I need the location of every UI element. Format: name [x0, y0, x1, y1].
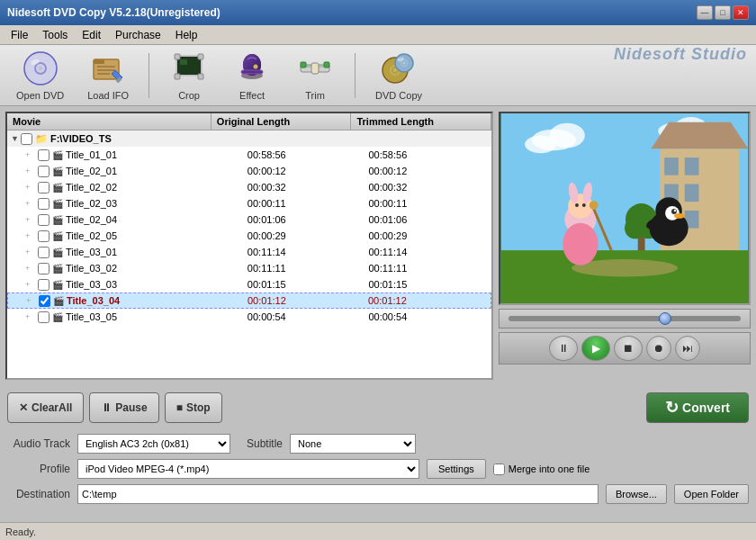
- browse-button[interactable]: Browse...: [606, 484, 667, 504]
- list-item[interactable]: + 🎬 Title_03_04 00:01:12 00:01:12: [7, 292, 491, 309]
- row-orig-8: 00:01:15: [248, 279, 369, 290]
- svg-rect-8: [97, 73, 110, 75]
- row-name-2: Title_02_02: [66, 182, 248, 193]
- list-item[interactable]: + 🎬 Title_02_02 00:00:32 00:00:32: [7, 179, 491, 195]
- profile-row: Profile iPod Video MPEG-4 (*.mp4) Settin…: [7, 459, 749, 479]
- file-list-body[interactable]: ▼ 📁 F:\VIDEO_TS + 🎬 Title_01_01 00:58:56…: [7, 130, 491, 378]
- convert-button[interactable]: ↻ Convert: [646, 392, 749, 423]
- row-checkbox-10[interactable]: [38, 311, 50, 323]
- audio-track-select[interactable]: English AC3 2ch (0x81): [77, 434, 230, 454]
- row-orig-4: 00:01:06: [248, 214, 369, 225]
- maximize-button[interactable]: □: [715, 5, 731, 20]
- row-trim-10: 00:00:54: [368, 311, 490, 322]
- folder-name: F:\VIDEO_TS: [50, 133, 490, 144]
- list-item[interactable]: + 🎬 Title_02_04 00:01:06 00:01:06: [7, 212, 491, 228]
- menu-help[interactable]: Help: [168, 27, 205, 43]
- row-orig-6: 00:11:14: [248, 247, 369, 257]
- merge-label: Merge into one file: [508, 464, 590, 474]
- svg-rect-28: [324, 62, 329, 68]
- list-item[interactable]: + 🎬 Title_01_01 00:58:56 00:58:56: [7, 147, 491, 163]
- row-checkbox-3[interactable]: [38, 198, 50, 210]
- record-button[interactable]: ⏺: [646, 336, 671, 361]
- file-list-panel: Movie Original Length Trimmed Length ▼ 📁…: [5, 112, 493, 380]
- folder-row[interactable]: ▼ 📁 F:\VIDEO_TS: [7, 130, 491, 147]
- load-ifo-button[interactable]: Load IFO: [80, 47, 136, 104]
- settings-button[interactable]: Settings: [427, 459, 486, 479]
- destination-input[interactable]: [77, 484, 598, 504]
- menu-purchase[interactable]: Purchase: [108, 27, 168, 43]
- row-checkbox-7[interactable]: [38, 263, 50, 274]
- list-item[interactable]: + 🎬 Title_03_05 00:00:54 00:00:54: [7, 309, 491, 325]
- load-ifo-icon: [90, 50, 126, 86]
- row-checkbox-8[interactable]: [38, 279, 50, 291]
- col-header-original: Original Length: [212, 113, 352, 130]
- svg-rect-27: [301, 62, 306, 68]
- close-button[interactable]: ✕: [733, 5, 749, 20]
- svg-rect-19: [175, 74, 180, 79]
- row-checkbox-9[interactable]: [39, 295, 50, 307]
- status-text: Ready.: [5, 526, 36, 537]
- open-folder-button[interactable]: Open Folder: [674, 484, 749, 504]
- pause-playback-button[interactable]: ⏸: [549, 336, 578, 361]
- crop-icon: [171, 50, 207, 86]
- row-checkbox-2[interactable]: [38, 182, 50, 194]
- svg-point-34: [403, 61, 406, 64]
- svg-rect-7: [97, 69, 115, 71]
- menu-file[interactable]: File: [4, 27, 35, 43]
- pause-label: Pause: [115, 401, 147, 414]
- list-item[interactable]: + 🎬 Title_02_01 00:00:12 00:00:12: [7, 163, 491, 179]
- folder-checkbox[interactable]: [21, 133, 32, 145]
- clearall-label: ClearAll: [32, 401, 72, 414]
- list-item[interactable]: + 🎬 Title_03_02 00:11:11 00:11:11: [7, 260, 491, 276]
- list-item[interactable]: + 🎬 Title_03_01 00:11:14 00:11:14: [7, 244, 491, 260]
- row-checkbox-4[interactable]: [38, 214, 50, 226]
- minimize-button[interactable]: —: [697, 5, 713, 20]
- row-checkbox-0[interactable]: [38, 149, 50, 161]
- merge-checkbox[interactable]: [493, 464, 505, 475]
- crop-button[interactable]: Crop: [162, 47, 216, 104]
- seek-bar[interactable]: [508, 316, 741, 321]
- row-name-3: Title_02_03: [66, 198, 248, 209]
- menu-bar: File Tools Edit Purchase Help Nidesoft S…: [0, 25, 756, 45]
- row-name-10: Title_03_05: [66, 311, 248, 322]
- skip-forward-button[interactable]: ⏭: [675, 336, 700, 361]
- row-checkbox-1[interactable]: [38, 166, 50, 177]
- menu-edit[interactable]: Edit: [75, 27, 108, 43]
- list-item[interactable]: + 🎬 Title_02_05 00:00:29 00:00:29: [7, 228, 491, 244]
- open-dvd-button[interactable]: Open DVD: [9, 47, 71, 104]
- col-header-movie: Movie: [7, 113, 212, 130]
- row-trim-6: 00:11:14: [368, 247, 490, 257]
- row-orig-3: 00:00:11: [248, 198, 369, 209]
- row-trim-5: 00:00:29: [368, 230, 490, 241]
- app-title: Nidesoft DVD Copy V5.2.18(Unregistered): [7, 6, 220, 19]
- play-button[interactable]: ▶: [581, 336, 610, 361]
- seek-knob[interactable]: [659, 312, 671, 325]
- stop-button[interactable]: ■ Stop: [165, 392, 222, 423]
- dvd-copy-button[interactable]: DVD Copy: [368, 47, 429, 104]
- stop-playback-button[interactable]: ⏹: [614, 336, 643, 361]
- row-checkbox-6[interactable]: [38, 247, 50, 258]
- clearall-button[interactable]: ✕ ClearAll: [7, 392, 84, 423]
- list-item[interactable]: + 🎬 Title_03_03 00:01:15 00:01:15: [7, 276, 491, 292]
- svg-rect-46: [685, 184, 699, 202]
- row-trim-7: 00:11:11: [368, 263, 490, 274]
- menu-tools[interactable]: Tools: [35, 27, 75, 43]
- effect-button[interactable]: Effect: [225, 47, 279, 104]
- row-orig-1: 00:00:12: [248, 166, 369, 176]
- subtitle-select[interactable]: None: [290, 434, 416, 454]
- effect-icon: [234, 50, 270, 86]
- pause-button[interactable]: ⏸ Pause: [89, 392, 158, 423]
- profile-select[interactable]: iPod Video MPEG-4 (*.mp4): [77, 459, 419, 479]
- open-dvd-label: Open DVD: [16, 90, 64, 101]
- row-checkbox-5[interactable]: [38, 230, 50, 242]
- trim-button[interactable]: Trim: [288, 47, 342, 104]
- svg-rect-18: [198, 54, 203, 59]
- svg-rect-26: [311, 63, 319, 74]
- col-header-trimmed: Trimmed Length: [351, 113, 491, 130]
- svg-rect-6: [97, 66, 115, 68]
- convert-label: Convert: [682, 400, 730, 415]
- row-orig-7: 00:11:11: [248, 263, 369, 274]
- row-name-4: Title_02_04: [66, 214, 248, 225]
- list-item[interactable]: + 🎬 Title_02_03 00:00:11 00:00:11: [7, 195, 491, 212]
- window-controls[interactable]: — □ ✕: [697, 5, 749, 20]
